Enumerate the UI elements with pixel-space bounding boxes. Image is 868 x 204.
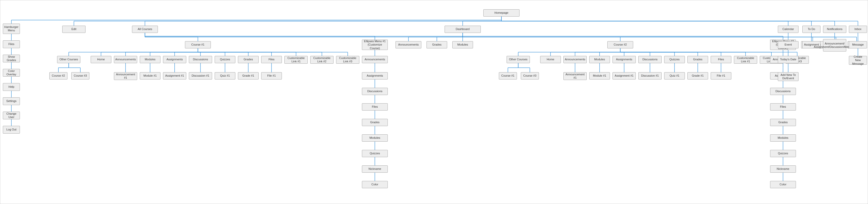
node-c2_oc3[interactable]: Course #3 [521, 72, 539, 79]
node-c1_files[interactable]: Files [261, 56, 282, 63]
node-c2_disc[interactable]: Discussions [638, 56, 661, 63]
sitemap-canvas: HomepageHamburger MenuFilesShow GradesCo… [0, 0, 868, 204]
node-calendar[interactable]: Calendar [778, 26, 799, 33]
node-c1_asg[interactable]: Assignments [163, 56, 186, 63]
node-c1_quiz[interactable]: Quizzes [215, 56, 235, 63]
node-c1_disc1[interactable]: Discussion #1 [189, 72, 212, 79]
node-e1_files[interactable]: Files [362, 103, 388, 110]
node-c1_mod[interactable]: Modules [140, 56, 160, 63]
node-e1_nick[interactable]: Nickname [362, 165, 388, 173]
node-c1_file1[interactable]: File #1 [261, 72, 282, 79]
node-e1_asg[interactable]: Assignments [362, 72, 388, 79]
node-e1_color[interactable]: Color [362, 181, 388, 188]
node-c2_asg1[interactable]: Assignment #1 [613, 72, 636, 79]
node-h_logout[interactable]: Log Out [3, 126, 20, 134]
node-c1_home[interactable]: Home [91, 56, 111, 63]
node-edit[interactable]: Edit [62, 26, 86, 33]
node-todo[interactable]: To Do [802, 26, 820, 33]
node-course1[interactable]: Course #1 [185, 41, 211, 48]
node-c2_oc1[interactable]: Course #1 [499, 72, 517, 79]
node-c1_quiz1[interactable]: Quiz #1 [215, 72, 235, 79]
node-c2_asg[interactable]: Assignments [613, 56, 636, 63]
edge-layer [0, 0, 868, 204]
node-h_settings[interactable]: Settings [3, 97, 20, 105]
node-course2[interactable]: Course #2 [607, 41, 633, 48]
node-c2_files[interactable]: Files [711, 56, 731, 63]
node-e2_quiz[interactable]: Quizzes [770, 150, 796, 157]
node-c2_ann[interactable]: Announcements [563, 56, 587, 63]
node-c1_oc2[interactable]: Course #2 [49, 72, 67, 79]
node-c2_other[interactable]: Other Courses [506, 56, 530, 63]
node-addnewtodo[interactable]: Add New To Do/Event [778, 72, 799, 81]
node-c2_grade1[interactable]: Grade #1 [687, 72, 708, 79]
node-c1_disc[interactable]: Discussions [189, 56, 212, 63]
node-c2_mod1[interactable]: Module #1 [589, 72, 610, 79]
node-e2_grades[interactable]: Grades [770, 119, 796, 126]
node-c1_ann1[interactable]: Announcement #1 [114, 72, 137, 80]
node-c1_mod1[interactable]: Module #1 [140, 72, 160, 79]
node-todaysdate[interactable]: Today's Date [778, 56, 799, 63]
node-createmsg[interactable]: Create New Message [849, 56, 867, 65]
node-hamburger[interactable]: Hamburger Menu [3, 24, 20, 34]
node-c1_other[interactable]: Other Courses [57, 56, 80, 63]
node-notifications[interactable]: Notifications [823, 26, 846, 33]
node-message[interactable]: Message [849, 41, 867, 48]
node-e2_disc[interactable]: Discussions [770, 88, 796, 95]
node-e1_quiz[interactable]: Quizzes [362, 150, 388, 157]
node-e2_color[interactable]: Color [770, 181, 796, 188]
node-c1_oc3[interactable]: Course #3 [71, 72, 89, 79]
node-e1_grades[interactable]: Grades [362, 119, 388, 126]
node-c2_quiz1[interactable]: Quiz #1 [664, 72, 685, 79]
node-c2_disc1[interactable]: Discussion #1 [638, 72, 661, 79]
node-inbox[interactable]: Inbox [849, 26, 867, 33]
node-e2_files[interactable]: Files [770, 103, 796, 110]
node-d_grades[interactable]: Grades [427, 41, 447, 48]
node-c1_asg1[interactable]: Assignment #1 [163, 72, 186, 79]
node-dashboard[interactable]: Dashboard [444, 26, 481, 33]
node-c2_mod[interactable]: Modules [589, 56, 610, 63]
node-c1_grades[interactable]: Grades [238, 56, 258, 63]
node-c1_cl2[interactable]: Customizable Link #2 [310, 56, 334, 64]
node-e2_nick[interactable]: Nickname [770, 165, 796, 173]
node-event[interactable]: Event [778, 41, 799, 48]
node-h_coloroverlay[interactable]: Color Overlay [3, 69, 20, 77]
node-c1_cl1[interactable]: Customizable Link #1 [284, 56, 308, 64]
node-c1_cl3[interactable]: Customizable Link #3 [336, 56, 359, 64]
node-notif_item[interactable]: Announcement/ Assignment/Discussion/Mess… [823, 39, 846, 52]
node-c1_grade1[interactable]: Grade #1 [238, 72, 258, 79]
node-c2_cl1[interactable]: Customizable Link #1 [734, 56, 757, 64]
node-h_showgrades[interactable]: Show Grades [3, 55, 20, 62]
node-c2_ann1[interactable]: Announcement #1 [563, 72, 587, 80]
node-h_changeuser[interactable]: Change User [3, 111, 20, 119]
node-c1_ann[interactable]: Announcements [114, 56, 137, 63]
node-c2_grades[interactable]: Grades [687, 56, 708, 63]
node-e2_mod[interactable]: Modules [770, 134, 796, 142]
node-d_modules[interactable]: Modules [452, 41, 473, 48]
node-c2_file1[interactable]: File #1 [711, 72, 731, 79]
node-c2_quiz[interactable]: Quizzes [664, 56, 685, 63]
node-h_files[interactable]: Files [3, 41, 20, 48]
node-d_ann[interactable]: Announcements [396, 41, 421, 48]
node-e1_ann[interactable]: Announcements [362, 56, 388, 63]
node-h_help[interactable]: Help [3, 83, 20, 91]
node-allcourses[interactable]: All Courses [132, 26, 158, 33]
node-homepage[interactable]: Homepage [483, 9, 520, 17]
node-c2_home[interactable]: Home [540, 56, 561, 63]
node-e1_disc[interactable]: Discussions [362, 88, 388, 95]
node-e1_mod[interactable]: Modules [362, 134, 388, 142]
node-elli1[interactable]: Ellipses Menu #1 (Customize Course) [362, 40, 388, 50]
